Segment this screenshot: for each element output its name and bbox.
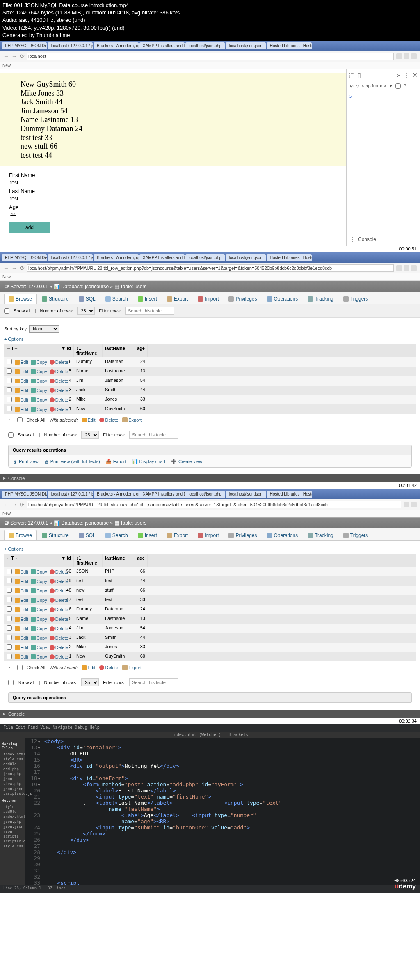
- url-field[interactable]: localhost: [27, 53, 394, 60]
- copy-row[interactable]: Copy: [31, 379, 47, 383]
- row-checkbox[interactable]: [7, 397, 12, 402]
- code-line[interactable]: 32: [25, 874, 420, 880]
- code-line[interactable]: 23 <label>Age</label> <input type="numbe…: [25, 812, 420, 824]
- tab-export[interactable]: Export: [162, 530, 193, 540]
- file-item[interactable]: index.html: [2, 814, 23, 819]
- row-checkbox[interactable]: [7, 588, 12, 593]
- row-checkbox[interactable]: [7, 635, 12, 640]
- browser-tab[interactable]: localhost/json.php: [185, 42, 225, 49]
- browser-tab[interactable]: PHP MYSQL JSON Discover: [2, 42, 47, 49]
- code-line[interactable]: 27: [25, 843, 420, 849]
- pma-console[interactable]: Console: [8, 476, 25, 481]
- ext-icon[interactable]: [404, 53, 409, 59]
- edit-row[interactable]: Edit: [15, 654, 28, 659]
- code-line[interactable]: 24 <input type="submit" id="buttonOne" v…: [25, 824, 420, 831]
- bc-database[interactable]: Database: jsoncourse: [61, 284, 109, 289]
- row-checkbox[interactable]: [7, 616, 12, 621]
- devtools-drawer-menu-icon[interactable]: ⋮: [350, 236, 355, 242]
- check-all-checkbox[interactable]: [17, 665, 23, 670]
- export-selected[interactable]: Export: [122, 417, 142, 422]
- back-button[interactable]: ←: [3, 501, 9, 508]
- file-item[interactable]: json.php: [2, 819, 23, 824]
- preserve-checkbox[interactable]: [395, 83, 401, 89]
- edit-row[interactable]: Edit: [15, 588, 28, 593]
- menu-icon[interactable]: [411, 502, 417, 507]
- edit-row[interactable]: Edit: [15, 607, 28, 612]
- tab-sql[interactable]: SQL: [74, 530, 100, 540]
- row-checkbox[interactable]: [7, 625, 12, 631]
- browser-tab[interactable]: Hosted Libraries | Hosted: [267, 42, 312, 49]
- edit-row[interactable]: Edit: [15, 626, 28, 631]
- file-item[interactable]: addOld: [2, 809, 23, 814]
- copy-row[interactable]: Copy: [31, 569, 47, 574]
- tab-search[interactable]: Search: [101, 530, 132, 540]
- edit-row[interactable]: Edit: [15, 579, 28, 584]
- close-icon[interactable]: ✕: [413, 72, 418, 78]
- edit-row[interactable]: Edit: [15, 645, 28, 650]
- forward-button[interactable]: →: [11, 265, 17, 271]
- filter-rows-input[interactable]: [129, 431, 178, 439]
- row-checkbox[interactable]: [7, 359, 12, 364]
- browser-tab[interactable]: Brackets - A modern, open: [94, 254, 139, 261]
- print-view[interactable]: 🖨 Print view: [13, 459, 39, 464]
- tab-privileges[interactable]: Privileges: [224, 530, 261, 540]
- tab-operations[interactable]: Operations: [262, 530, 303, 540]
- code-line[interactable]: 25 </form>: [25, 831, 420, 837]
- row-checkbox[interactable]: [7, 368, 12, 374]
- bc-server[interactable]: Server: 127.0.0.1: [10, 284, 48, 289]
- copy-row[interactable]: Copy: [31, 369, 47, 374]
- browser-tab[interactable]: PHP MYSQL JSON Discover: [2, 254, 47, 261]
- row-checkbox[interactable]: [7, 654, 12, 659]
- back-button[interactable]: ←: [3, 53, 9, 60]
- edit-row[interactable]: Edit: [15, 636, 28, 640]
- ext-icon[interactable]: [396, 265, 402, 271]
- edit-row[interactable]: Edit: [15, 407, 28, 412]
- code-line[interactable]: 29: [25, 855, 420, 861]
- browser-tab[interactable]: localhost / 127.0.0.1 / json: [48, 42, 93, 49]
- code-line[interactable]: 31: [25, 868, 420, 874]
- bookmark-item[interactable]: New: [2, 63, 11, 68]
- tab-insert[interactable]: Insert: [133, 294, 162, 304]
- file-item[interactable]: style: [2, 804, 23, 809]
- menu-icon[interactable]: [411, 53, 417, 59]
- copy-row[interactable]: Copy: [31, 607, 47, 612]
- code-editor[interactable]: 12<body>13 <div id="container">14 OUTPUT…: [25, 724, 420, 893]
- frame-selector[interactable]: <top frame>: [362, 83, 386, 88]
- file-item[interactable]: json: [2, 829, 23, 834]
- browser-tab[interactable]: localhost/json.json: [226, 254, 266, 261]
- tab-search[interactable]: Search: [101, 294, 132, 304]
- console-prompt[interactable]: >: [349, 94, 352, 100]
- browser-tab[interactable]: localhost / 127.0.0.1 / json: [48, 254, 93, 261]
- copy-row[interactable]: Copy: [31, 636, 47, 640]
- code-line[interactable]: 17: [25, 769, 420, 775]
- file-item[interactable]: view.php: [2, 781, 23, 786]
- sort-select[interactable]: None: [29, 325, 59, 333]
- browser-tab[interactable]: XAMPP Installers and Down: [139, 491, 185, 498]
- file-item[interactable]: json: [2, 776, 23, 781]
- file-item[interactable]: index.html: [2, 752, 23, 757]
- edit-row[interactable]: Edit: [15, 360, 28, 365]
- row-checkbox[interactable]: [7, 387, 12, 392]
- print-view-full[interactable]: 🖨 Print view (with full texts): [44, 459, 100, 464]
- tab-insert[interactable]: Insert: [133, 530, 162, 540]
- forward-button[interactable]: →: [11, 501, 17, 508]
- copy-row[interactable]: Copy: [31, 598, 47, 603]
- edit-row[interactable]: Edit: [15, 569, 28, 574]
- chevron-down-icon[interactable]: ▼: [61, 346, 66, 351]
- row-checkbox[interactable]: [7, 597, 12, 602]
- more-panels-icon[interactable]: »: [397, 72, 400, 78]
- edit-selected[interactable]: Edit: [82, 418, 95, 422]
- num-rows-select[interactable]: 25: [81, 431, 99, 439]
- show-all-checkbox[interactable]: [4, 308, 9, 314]
- tab-sql[interactable]: SQL: [74, 294, 100, 304]
- copy-row[interactable]: Copy: [31, 617, 47, 622]
- show-all-checkbox[interactable]: [8, 432, 14, 438]
- browser-tab[interactable]: localhost / 127.0.0.1 / json: [48, 491, 93, 498]
- row-checkbox[interactable]: [7, 378, 12, 383]
- bookmark-item[interactable]: New: [2, 275, 11, 279]
- tab-browse[interactable]: Browse: [4, 530, 37, 540]
- num-rows-select[interactable]: 25: [77, 307, 95, 315]
- code-line[interactable]: 26 </div>: [25, 837, 420, 843]
- browser-tab[interactable]: XAMPP Installers and Down: [139, 42, 185, 49]
- code-line[interactable]: 30: [25, 861, 420, 868]
